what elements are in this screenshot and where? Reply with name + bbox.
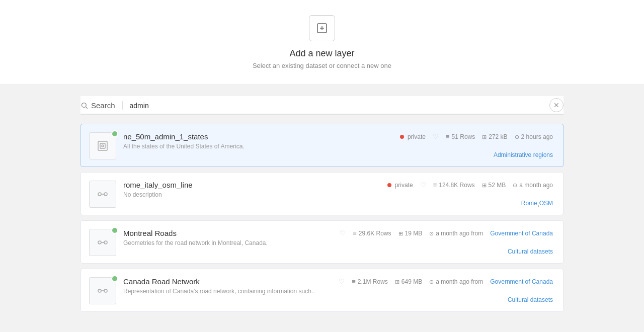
- result-card[interactable]: ne_50m_admin_1_states private♡ 51 Rows 2…: [80, 124, 564, 167]
- card-header: rome_italy_osm_line private♡ 124.8K Rows…: [123, 181, 553, 189]
- heart-item[interactable]: ♡: [340, 229, 346, 237]
- card-header: Montreal Roads ♡ 29.6K Rows 19 MB a mont…: [123, 229, 553, 237]
- privacy-badge: private: [387, 182, 413, 189]
- card-footer: Cultural datasets: [123, 248, 553, 255]
- card-content: Montreal Roads ♡ 29.6K Rows 19 MB a mont…: [123, 229, 553, 255]
- card-meta: private♡ 51 Rows 272 kB 2 hours ago: [400, 133, 553, 140]
- layer-icon: [316, 22, 328, 34]
- time-meta: 2 hours ago: [515, 133, 553, 140]
- dataset-name: rome_italy_osm_line: [123, 181, 193, 189]
- public-badge: [111, 275, 118, 282]
- dataset-name: ne_50m_admin_1_states: [123, 132, 208, 141]
- dataset-description: Geometries for the road network in Montr…: [123, 239, 553, 246]
- dataset-thumbnail: [89, 229, 116, 256]
- source-link[interactable]: Government of Canada: [490, 278, 553, 285]
- size-meta: 52 MB: [482, 182, 506, 189]
- tag-link[interactable]: Rome: [521, 200, 537, 208]
- clear-search-button[interactable]: ✕: [549, 98, 564, 112]
- dataset-thumbnail: [89, 277, 116, 304]
- time-meta: a month ago: [513, 182, 553, 189]
- dataset-description: All the states of the United States of A…: [123, 143, 553, 150]
- dataset-name: Montreal Roads: [123, 229, 177, 237]
- time-meta: a month ago from: [429, 230, 483, 237]
- tag-link[interactable]: OSM: [539, 200, 553, 208]
- search-bar: Search ✕: [80, 96, 564, 115]
- result-card[interactable]: rome_italy_osm_line private♡ 124.8K Rows…: [80, 172, 564, 215]
- search-label[interactable]: Search: [80, 101, 123, 110]
- card-content: Canada Road Network ♡ 2.1M Rows 649 MB a…: [123, 277, 553, 303]
- svg-point-1: [82, 103, 87, 108]
- result-card[interactable]: Canada Road Network ♡ 2.1M Rows 649 MB a…: [80, 269, 564, 312]
- card-header: ne_50m_admin_1_states private♡ 51 Rows 2…: [123, 132, 553, 141]
- heart-item[interactable]: ♡: [433, 133, 439, 140]
- card-meta: ♡ 2.1M Rows 649 MB a month ago from Gove…: [339, 278, 553, 285]
- size-meta: 649 MB: [395, 278, 422, 285]
- card-footer: Administrative regions: [123, 151, 553, 158]
- rows-meta: 29.6K Rows: [353, 229, 391, 237]
- page-subtitle: Select an existing dataset or connect a …: [253, 62, 391, 69]
- public-badge: [111, 130, 118, 137]
- card-meta: ♡ 29.6K Rows 19 MB a month ago from Gove…: [340, 229, 553, 237]
- time-meta: a month ago from: [429, 278, 483, 285]
- layer-icon-container: [309, 15, 335, 41]
- page-title: Add a new layer: [289, 48, 354, 59]
- rows-meta: 124.8K Rows: [433, 181, 475, 189]
- svg-point-5: [102, 145, 104, 147]
- search-section: Search ✕: [0, 85, 644, 115]
- card-content: ne_50m_admin_1_states private♡ 51 Rows 2…: [123, 132, 553, 158]
- result-card[interactable]: Montreal Roads ♡ 29.6K Rows 19 MB a mont…: [80, 220, 564, 264]
- dataset-description: Representation of Canada's road network,…: [123, 288, 553, 295]
- heart-item[interactable]: ♡: [420, 181, 426, 189]
- size-meta: 272 kB: [482, 133, 507, 140]
- search-text: Search: [91, 101, 115, 110]
- dataset-thumbnail: [89, 181, 116, 208]
- search-input[interactable]: [130, 102, 564, 110]
- svg-rect-4: [100, 143, 105, 148]
- top-section: Add a new layer Select an existing datas…: [0, 0, 644, 85]
- svg-line-2: [86, 107, 87, 108]
- rows-meta: 51 Rows: [446, 133, 475, 140]
- public-badge: [111, 227, 118, 234]
- card-header: Canada Road Network ♡ 2.1M Rows 649 MB a…: [123, 277, 553, 286]
- tag-link[interactable]: Cultural datasets: [508, 296, 553, 303]
- svg-point-7: [104, 193, 107, 196]
- card-footer: Cultural datasets: [123, 296, 553, 303]
- svg-point-10: [104, 241, 107, 244]
- svg-point-9: [98, 241, 101, 244]
- tag-link[interactable]: Cultural datasets: [508, 248, 553, 255]
- size-meta: 19 MB: [398, 230, 423, 237]
- source-link[interactable]: Government of Canada: [490, 230, 553, 237]
- svg-point-12: [98, 289, 101, 292]
- dataset-description: No description: [123, 191, 553, 198]
- svg-point-6: [98, 193, 101, 196]
- heart-item[interactable]: ♡: [339, 278, 345, 285]
- svg-point-13: [104, 289, 107, 292]
- svg-rect-3: [98, 141, 107, 150]
- privacy-badge: private: [400, 133, 426, 140]
- rows-meta: 2.1M Rows: [352, 278, 388, 285]
- results-list: ne_50m_admin_1_states private♡ 51 Rows 2…: [0, 115, 644, 322]
- search-icon: [80, 102, 88, 109]
- dataset-name: Canada Road Network: [123, 277, 200, 286]
- card-footer: Rome, OSM: [123, 200, 553, 208]
- card-content: rome_italy_osm_line private♡ 124.8K Rows…: [123, 181, 553, 208]
- dataset-thumbnail: [89, 132, 116, 159]
- tag-link[interactable]: Administrative regions: [494, 151, 553, 158]
- card-meta: private♡ 124.8K Rows 52 MB a month ago: [387, 181, 553, 189]
